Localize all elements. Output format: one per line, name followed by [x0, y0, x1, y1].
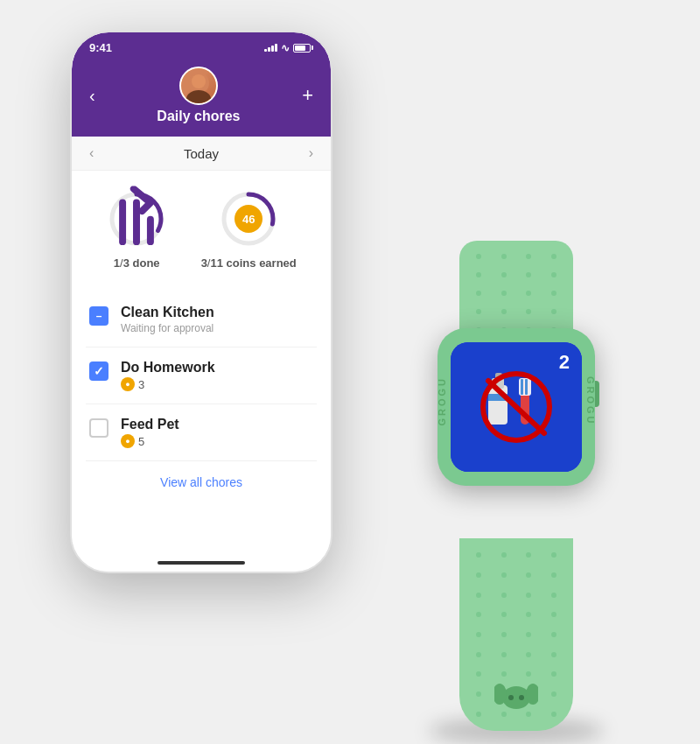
chore-item-feed-pet[interactable]: Feed Pet ● 5 [86, 404, 317, 461]
home-indicator [72, 554, 331, 572]
avatar-svg [181, 68, 216, 103]
grogu-logo [494, 678, 538, 713]
band-dot [501, 652, 507, 657]
watch-screen-number: 2 [559, 351, 570, 374]
chore-name-do-homework: Do Homework [121, 360, 215, 376]
band-dot [526, 652, 531, 657]
chore-item-do-homework[interactable]: ✓ Do Homework ● 3 [86, 347, 317, 404]
status-time: 9:41 [89, 41, 112, 54]
tasks-circle [106, 188, 167, 249]
band-dot [501, 272, 507, 277]
stats-area: 1/3 done 46 3/11 coins earned [72, 171, 331, 284]
band-dot [551, 254, 556, 259]
band-dot [526, 272, 531, 277]
chore-checkbox-clean-kitchen[interactable]: – [89, 306, 108, 326]
svg-point-20 [502, 686, 530, 709]
status-bar: 9:41 ∿ [72, 32, 331, 60]
chore-item-clean-kitchen[interactable]: – Clean Kitchen Waiting for approval [86, 292, 317, 347]
tasks-label: 1/3 done [114, 256, 160, 270]
signal-bars-icon [264, 44, 277, 52]
grogu-silhouette-icon [494, 678, 538, 713]
page-title: Daily chores [157, 109, 240, 124]
band-dot [551, 712, 556, 717]
back-button[interactable]: ‹ [89, 86, 95, 106]
band-dot [526, 552, 531, 558]
chore-status-clean-kitchen: Waiting for approval [121, 322, 214, 334]
tasks-count: 1 [114, 256, 120, 270]
band-dot [501, 309, 507, 314]
band-dot [501, 612, 507, 617]
band-dot [526, 593, 531, 598]
band-dot [476, 291, 481, 296]
band-dot [501, 671, 507, 677]
watch-case: 2 [438, 328, 595, 486]
battery-tip [312, 46, 313, 50]
band-dot [501, 552, 507, 558]
watch-grogu-right-text: GROGU [585, 376, 596, 426]
band-dot [476, 254, 481, 259]
chore-checkbox-feed-pet[interactable] [89, 418, 108, 438]
band-dot [551, 572, 556, 578]
status-icons: ∿ [264, 42, 313, 54]
svg-point-23 [508, 695, 514, 700]
watch-screen: 2 [451, 342, 582, 472]
band-dot [476, 712, 481, 717]
next-date-button[interactable]: › [309, 145, 313, 161]
band-dot [501, 254, 507, 259]
avatar[interactable] [179, 67, 218, 105]
band-dot [526, 309, 531, 314]
coins-circle: 46 [218, 188, 279, 249]
coin-icon-feedpet: ● [121, 434, 135, 448]
band-dot [476, 309, 481, 314]
band-dot [476, 572, 481, 578]
watch-grogu-left-text: GROGU [437, 376, 447, 426]
coin-icon-homework: ● [121, 377, 135, 391]
add-chore-button[interactable]: + [302, 84, 313, 107]
scene: 9:41 ∿ [44, 13, 656, 731]
avatar-face [181, 68, 216, 103]
band-dot [526, 612, 531, 617]
band-dot [501, 632, 507, 637]
band-dot [501, 291, 507, 296]
prev-date-button[interactable]: ‹ [89, 145, 94, 161]
band-dot [551, 272, 556, 277]
signal-bar-1 [264, 49, 267, 52]
view-all-chores-link[interactable]: View all chores [86, 461, 317, 503]
battery-fill [295, 46, 305, 51]
band-dot [551, 632, 556, 637]
signal-bar-4 [275, 44, 277, 52]
checklist-icon [106, 186, 167, 248]
chore-name-feed-pet: Feed Pet [121, 417, 179, 432]
band-dot [476, 652, 481, 657]
phone: 9:41 ∿ [70, 31, 332, 573]
wifi-icon: ∿ [281, 42, 290, 54]
band-dot [526, 632, 531, 637]
coin-count-feedpet: 5 [138, 435, 144, 448]
svg-rect-17 [525, 379, 528, 395]
app-header: ‹ Daily chores + [72, 60, 331, 137]
band-dot [526, 671, 531, 677]
band-dot [476, 671, 481, 677]
band-dot [476, 632, 481, 637]
tasks-stat: 1/3 done [106, 188, 167, 270]
band-dot [551, 593, 556, 598]
chore-name-clean-kitchen: Clean Kitchen [121, 305, 214, 320]
partial-indicator: – [96, 310, 102, 322]
battery-icon [293, 44, 313, 53]
band-dot [551, 612, 556, 617]
current-date-label: Today [184, 146, 219, 161]
chores-list: – Clean Kitchen Waiting for approval ✓ D… [72, 284, 331, 554]
chore-checkbox-do-homework[interactable]: ✓ [89, 361, 108, 381]
chore-coins-do-homework: ● 3 [121, 377, 215, 391]
smartwatch: 2 [394, 241, 639, 731]
band-dot [526, 572, 531, 578]
band-dot [551, 552, 556, 558]
no-cleaning-icon [472, 368, 560, 446]
coins-label: 3/11 coins earned [201, 256, 297, 270]
band-dot [551, 652, 556, 657]
home-bar [158, 561, 245, 565]
watch-band-bottom [459, 538, 573, 731]
signal-bar-2 [268, 47, 270, 52]
date-navigation: ‹ Today › [72, 137, 331, 171]
svg-point-24 [519, 695, 524, 700]
